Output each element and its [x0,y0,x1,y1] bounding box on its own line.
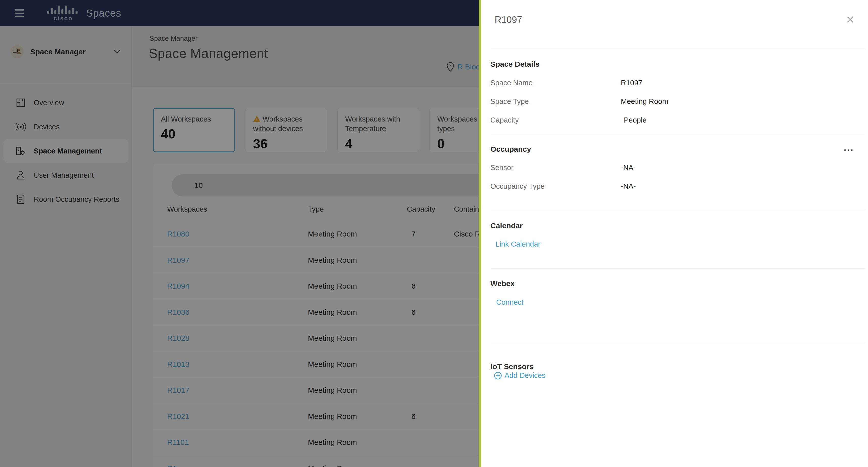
field-label-capacity: Capacity [490,116,519,124]
section-heading-calendar: Calendar [490,222,523,230]
link-calendar-link[interactable]: Link Calendar [495,240,540,248]
field-value-occupancy-type: -NA- [621,182,636,191]
section-heading-occupancy: Occupancy [490,145,531,154]
field-value-space-type: Meeting Room [621,97,669,106]
drawer-scrim[interactable] [0,0,479,467]
occupancy-overflow-menu-icon[interactable]: ... [844,143,854,153]
section-heading-iot-sensors: IoT Sensors [490,362,534,371]
webex-connect-link[interactable]: Connect [496,298,523,306]
section-heading-webex: Webex [490,279,515,288]
add-devices-label: Add Devices [504,371,546,380]
drawer-divider [491,268,865,269]
field-value-capacity: People [624,116,647,124]
section-heading-space-details: Space Details [490,60,539,68]
drawer-divider [491,48,865,49]
field-value-space-name: R1097 [621,79,642,87]
field-value-sensor: -NA- [621,164,636,172]
field-label-occupancy-type: Occupancy Type [490,182,545,191]
close-icon[interactable]: ✕ [846,14,855,25]
plus-circle-icon [494,372,502,380]
drawer-divider [491,134,865,134]
drawer-title: R1097 [495,14,522,25]
field-label-space-type: Space Type [490,97,529,106]
drawer-divider [491,344,865,344]
field-label-space-name: Space Name [490,79,533,87]
space-detail-drawer: R1097 ✕ Space Details Space Name R1097 S… [479,0,868,467]
field-label-sensor: Sensor [490,164,514,172]
cisco-spaces-app: cisco Spaces Space Manager [0,0,868,467]
add-devices-button[interactable]: Add Devices [494,371,546,380]
drawer-divider [491,210,865,211]
